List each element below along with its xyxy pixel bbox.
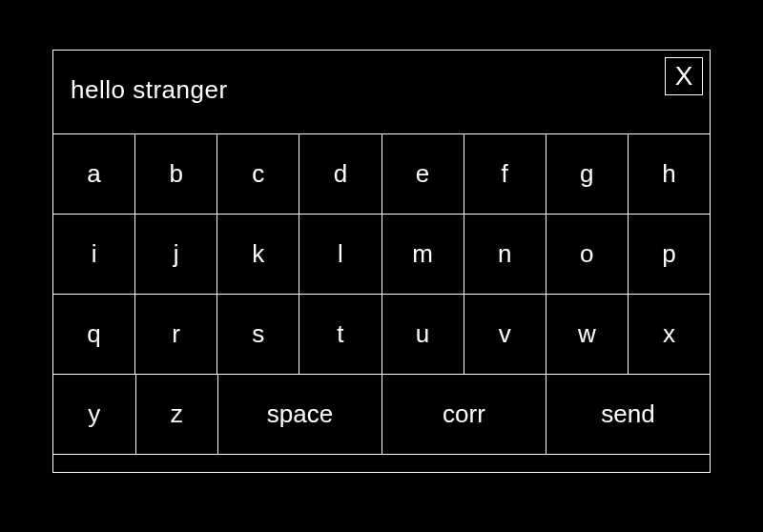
key-label: g — [580, 159, 593, 189]
key-label: m — [412, 239, 433, 269]
key-q[interactable]: q — [53, 295, 135, 374]
key-y[interactable]: y — [53, 375, 136, 454]
key-s[interactable]: s — [217, 295, 299, 374]
key-label: u — [416, 319, 429, 349]
key-label: c — [252, 159, 264, 189]
key-label: o — [580, 239, 593, 269]
key-grid: abcdefghijklmnopqrstuvwxyzspacecorrsend — [53, 134, 710, 455]
key-label: v — [499, 319, 511, 349]
key-label: l — [338, 239, 343, 269]
key-label: y — [88, 399, 100, 429]
key-m[interactable]: m — [382, 215, 464, 294]
key-x[interactable]: x — [629, 295, 710, 374]
key-j[interactable]: j — [135, 215, 217, 294]
key-label: send — [601, 399, 654, 429]
display-row: hello stranger X — [53, 51, 710, 134]
key-label: d — [334, 159, 347, 189]
key-label: x — [663, 319, 675, 349]
key-i[interactable]: i — [53, 215, 135, 294]
key-corr[interactable]: corr — [382, 375, 546, 454]
key-e[interactable]: e — [382, 134, 464, 214]
key-z[interactable]: z — [136, 375, 219, 454]
key-label: n — [498, 239, 511, 269]
key-b[interactable]: b — [135, 134, 217, 214]
key-row: yzspacecorrsend — [53, 375, 710, 455]
key-n[interactable]: n — [464, 215, 546, 294]
key-v[interactable]: v — [464, 295, 546, 374]
key-label: j — [174, 239, 179, 269]
key-label: t — [337, 319, 343, 349]
key-l[interactable]: l — [299, 215, 382, 294]
key-row: abcdefgh — [53, 134, 710, 215]
display-text: hello stranger — [71, 75, 228, 105]
key-o[interactable]: o — [546, 215, 629, 294]
key-label: a — [87, 159, 100, 189]
key-h[interactable]: h — [629, 134, 710, 214]
key-r[interactable]: r — [135, 295, 217, 374]
status-bar — [53, 455, 710, 472]
key-label: space — [267, 399, 333, 429]
key-label: corr — [443, 399, 485, 429]
key-t[interactable]: t — [299, 295, 382, 374]
key-send[interactable]: send — [546, 375, 710, 454]
key-a[interactable]: a — [53, 134, 135, 214]
key-label: p — [662, 239, 675, 269]
key-d[interactable]: d — [299, 134, 382, 214]
key-label: h — [662, 159, 675, 189]
key-label: z — [171, 399, 183, 429]
key-label: q — [87, 319, 100, 349]
key-row: qrstuvwx — [53, 295, 710, 375]
key-label: i — [92, 239, 97, 269]
key-label: e — [416, 159, 429, 189]
key-label: r — [172, 319, 180, 349]
key-space[interactable]: space — [218, 375, 382, 454]
key-w[interactable]: w — [546, 295, 629, 374]
key-label: s — [252, 319, 264, 349]
key-g[interactable]: g — [546, 134, 629, 214]
close-button[interactable]: X — [665, 57, 703, 95]
key-label: w — [578, 319, 596, 349]
close-icon: X — [675, 61, 693, 92]
key-row: ijklmnop — [53, 215, 710, 295]
key-k[interactable]: k — [217, 215, 299, 294]
key-label: f — [502, 159, 508, 189]
key-c[interactable]: c — [217, 134, 299, 214]
key-p[interactable]: p — [629, 215, 710, 294]
key-label: k — [252, 239, 264, 269]
key-u[interactable]: u — [382, 295, 464, 374]
key-f[interactable]: f — [464, 134, 546, 214]
key-label: b — [169, 159, 182, 189]
keyboard-panel: hello stranger X abcdefghijklmnopqrstuvw… — [52, 50, 711, 473]
